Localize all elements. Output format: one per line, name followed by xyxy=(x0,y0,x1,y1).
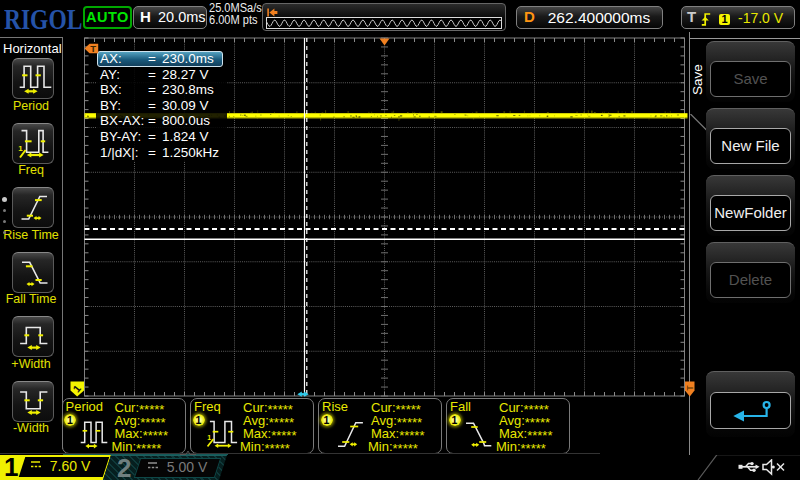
svg-text:T: T xyxy=(90,43,96,54)
svg-text:1: 1 xyxy=(18,143,23,152)
svg-text:1: 1 xyxy=(207,434,211,441)
svg-text:T: T xyxy=(685,385,695,391)
